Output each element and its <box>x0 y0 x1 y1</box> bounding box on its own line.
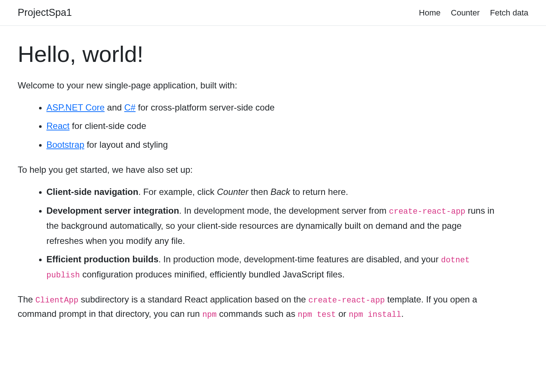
text: . In development mode, the development s… <box>179 206 389 216</box>
list-item: Client-side navigation. For example, cli… <box>46 185 498 200</box>
list-item: React for client-side code <box>46 119 498 134</box>
final-paragraph: The ClientApp subdirectory is a standard… <box>18 293 498 321</box>
link-bootstrap[interactable]: Bootstrap <box>46 140 84 150</box>
link-aspnet-core[interactable]: ASP.NET Core <box>46 102 105 112</box>
nav-link-counter[interactable]: Counter <box>451 8 480 17</box>
code-npm: npm <box>202 310 217 319</box>
code-npm-test: npm test <box>298 310 336 319</box>
navbar: ProjectSpa1 Home Counter Fetch data <box>0 0 546 26</box>
list-item: Efficient production builds. In producti… <box>46 252 498 282</box>
setup-intro-paragraph: To help you get started, we have also se… <box>18 163 498 176</box>
text: to return here. <box>290 187 348 197</box>
main-container: Hello, world! Welcome to your new single… <box>0 26 516 340</box>
text: for cross-platform server-side code <box>136 102 274 112</box>
feature-em: Counter <box>217 187 248 197</box>
text: and <box>105 102 124 112</box>
text: . For example, click <box>138 187 217 197</box>
code-npm-install: npm install <box>349 310 401 319</box>
nav-link-fetch-data[interactable]: Fetch data <box>490 8 528 17</box>
text: commands such as <box>217 309 298 319</box>
code-create-react-app: create-react-app <box>389 207 465 216</box>
text: The <box>18 294 35 304</box>
text: or <box>336 309 349 319</box>
link-csharp[interactable]: C# <box>124 102 136 112</box>
feature-em: Back <box>270 187 290 197</box>
intro-paragraph: Welcome to your new single-page applicat… <box>18 78 498 92</box>
list-item: Development server integration. In devel… <box>46 203 498 248</box>
code-clientapp: ClientApp <box>35 296 78 305</box>
navbar-brand[interactable]: ProjectSpa1 <box>18 5 72 20</box>
feature-bold: Client-side navigation <box>46 187 138 197</box>
list-item: ASP.NET Core and C# for cross-platform s… <box>46 100 498 115</box>
text: subdirectory is a standard React applica… <box>78 294 308 304</box>
navbar-nav: Home Counter Fetch data <box>419 7 528 19</box>
text: for layout and styling <box>84 140 168 150</box>
code-create-react-app: create-react-app <box>308 296 385 305</box>
text: for client-side code <box>70 121 146 131</box>
feature-bold: Development server integration <box>46 206 179 216</box>
text: then <box>248 187 270 197</box>
list-item: Bootstrap for layout and styling <box>46 137 498 153</box>
link-react[interactable]: React <box>46 121 70 131</box>
tech-list: ASP.NET Core and C# for cross-platform s… <box>18 100 498 153</box>
text: configuration produces minified, efficie… <box>80 269 345 279</box>
feature-bold: Efficient production builds <box>46 254 158 264</box>
feature-list: Client-side navigation. For example, cli… <box>18 185 498 282</box>
nav-link-home[interactable]: Home <box>419 8 441 17</box>
page-title: Hello, world! <box>18 37 498 71</box>
text: . In production mode, development-time f… <box>158 254 441 264</box>
text: . <box>401 309 404 319</box>
